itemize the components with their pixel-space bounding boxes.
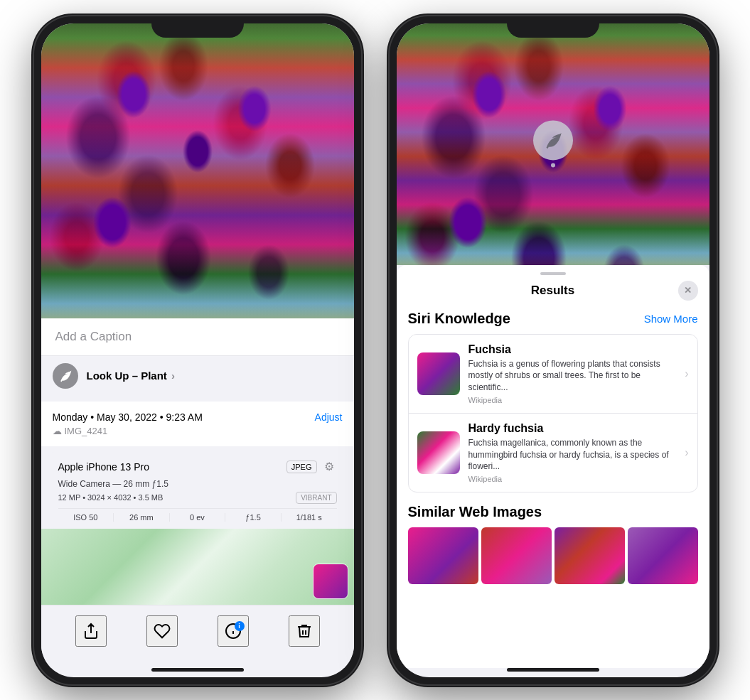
- show-more-button[interactable]: Show More: [644, 313, 698, 325]
- delete-button[interactable]: [289, 615, 320, 647]
- sheet-handle: [540, 272, 566, 275]
- fuchsia-chevron-icon: ›: [685, 367, 688, 380]
- exif-shutter: 1/181 s: [282, 513, 337, 522]
- hardy-fuchsia-title: Hardy fuchsia: [468, 422, 677, 435]
- results-sheet: Results ✕ Siri Knowledge Show More: [397, 265, 709, 668]
- sheet-header: Results ✕: [397, 281, 709, 306]
- info-button[interactable]: i: [218, 615, 249, 647]
- left-phone: Add a Caption Look Up – Plant › Mon: [34, 16, 361, 684]
- exif-focal: 26 mm: [114, 513, 170, 522]
- hardy-fuchsia-description: Fuchsia magellanica, commonly known as t…: [468, 437, 677, 473]
- device-row: Apple iPhone 13 Pro JPEG ⚙: [58, 459, 337, 475]
- file-info-row: 12 MP • 3024 × 4032 • 3.5 MB VIBRANT: [58, 492, 337, 504]
- knowledge-item-hardy-fuchsia[interactable]: Hardy fuchsia Fuchsia magellanica, commo…: [409, 413, 697, 492]
- similar-image-3[interactable]: [555, 527, 625, 584]
- left-phone-screen: Add a Caption Look Up – Plant › Mon: [41, 23, 354, 677]
- vibrant-badge: VIBRANT: [296, 492, 336, 504]
- sheet-title: Results: [531, 284, 574, 298]
- trash-icon: [296, 623, 313, 640]
- similar-web-title: Similar Web Images: [408, 504, 698, 520]
- knowledge-item-fuchsia[interactable]: Fuchsia Fuchsia is a genus of flowering …: [409, 335, 697, 413]
- date-row: Monday • May 30, 2022 • 9:23 AM Adjust: [53, 411, 343, 423]
- photo-info-section: Monday • May 30, 2022 • 9:23 AM Adjust ☁…: [41, 402, 354, 446]
- format-badge: JPEG: [286, 461, 317, 473]
- siri-knowledge-header: Siri Knowledge Show More: [397, 306, 709, 334]
- device-name: Apple iPhone 13 Pro: [58, 461, 149, 473]
- exif-row: ISO 50 26 mm 0 ev ƒ1.5 1/181 s: [58, 508, 337, 522]
- visual-lookup-leaf-icon: [543, 130, 563, 150]
- share-icon: [82, 623, 100, 640]
- hardy-fuchsia-thumbnail: [417, 431, 460, 474]
- map-thumbnail: [313, 564, 348, 599]
- leaf-icon: [58, 369, 73, 383]
- photo-toolbar: i: [41, 605, 354, 668]
- filename: IMG_4241: [65, 426, 108, 436]
- caption-placeholder: Add a Caption: [55, 330, 132, 343]
- phone-notch-right: [507, 16, 599, 38]
- visual-lookup-badge: [533, 120, 573, 160]
- camera-spec: Wide Camera — 26 mm ƒ1.5: [58, 479, 337, 489]
- share-button[interactable]: [75, 615, 107, 647]
- phone-notch-left: [151, 16, 244, 38]
- fuchsia-title: Fuchsia: [468, 343, 677, 356]
- exif-iso: ISO 50: [58, 513, 114, 522]
- right-phone-screen: Results ✕ Siri Knowledge Show More: [397, 23, 709, 677]
- hardy-fuchsia-source: Wikipedia: [468, 475, 677, 483]
- right-phone: Results ✕ Siri Knowledge Show More: [390, 16, 717, 684]
- fuchsia-thumbnail: [417, 352, 460, 395]
- results-photo-area[interactable]: [397, 23, 709, 265]
- photo-date: Monday • May 30, 2022 • 9:23 AM: [53, 411, 203, 423]
- fuchsia-info: Fuchsia Fuchsia is a genus of flowering …: [468, 343, 677, 404]
- home-indicator-right: [507, 668, 599, 672]
- lookup-chevron-icon: ›: [171, 370, 175, 382]
- close-button[interactable]: ✕: [678, 281, 698, 301]
- device-badges: JPEG ⚙: [286, 459, 337, 475]
- similar-section: Similar Web Images: [397, 498, 709, 584]
- hardy-fuchsia-chevron-icon: ›: [685, 446, 688, 459]
- lookup-row[interactable]: Look Up – Plant ›: [41, 356, 354, 396]
- heart-icon: [154, 623, 171, 640]
- favorite-button[interactable]: [146, 615, 178, 647]
- caption-area[interactable]: Add a Caption: [41, 318, 354, 356]
- fuchsia-source: Wikipedia: [468, 396, 677, 404]
- flower-photo: [41, 23, 354, 318]
- home-indicator-left: [151, 668, 244, 672]
- gear-icon: ⚙: [321, 459, 337, 475]
- similar-image-2[interactable]: [481, 527, 552, 584]
- map-area[interactable]: [41, 529, 354, 605]
- phones-container: Add a Caption Look Up – Plant › Mon: [20, 2, 731, 699]
- knowledge-card: Fuchsia Fuchsia is a genus of flowering …: [408, 334, 698, 493]
- similar-image-4[interactable]: [628, 527, 698, 584]
- adjust-button[interactable]: Adjust: [315, 411, 343, 423]
- info-badge: i: [235, 621, 245, 631]
- similar-image-1[interactable]: [408, 527, 478, 584]
- photo-area[interactable]: [41, 23, 354, 318]
- exif-aperture: ƒ1.5: [225, 513, 282, 522]
- map-background: [41, 529, 354, 605]
- device-section: Apple iPhone 13 Pro JPEG ⚙ Wide Camera —…: [47, 452, 348, 529]
- hardy-fuchsia-info: Hardy fuchsia Fuchsia magellanica, commo…: [468, 422, 677, 483]
- exif-ev: 0 ev: [170, 513, 226, 522]
- siri-knowledge-title: Siri Knowledge: [408, 311, 510, 327]
- cloud-icon: ☁: [53, 426, 62, 436]
- file-details: 12 MP • 3024 × 4032 • 3.5 MB: [58, 493, 164, 502]
- filename-row: ☁ IMG_4241: [53, 426, 343, 436]
- similar-images-grid: [408, 527, 698, 584]
- fuchsia-description: Fuchsia is a genus of flowering plants t…: [468, 358, 677, 394]
- lookup-icon: [53, 363, 78, 389]
- lookup-text: Look Up – Plant ›: [87, 370, 176, 382]
